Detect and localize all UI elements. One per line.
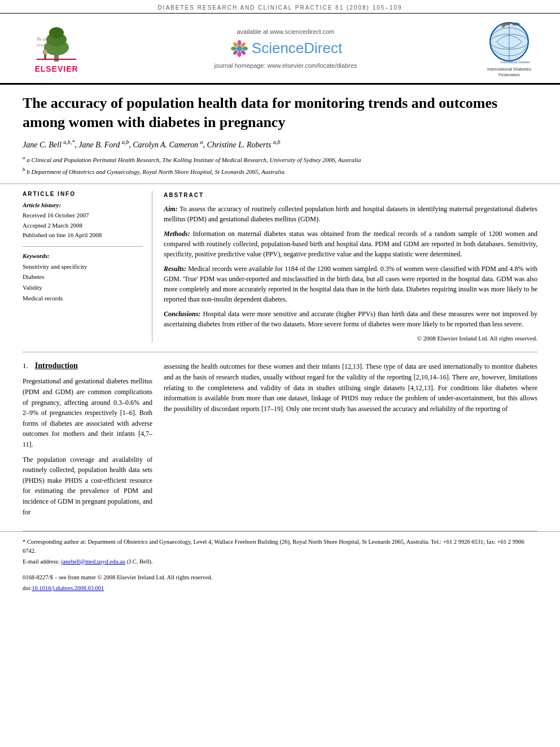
keyword-1: Sensitivity and specificity	[23, 261, 143, 272]
article-body: ARTICLE INFO Article history: Received 1…	[0, 184, 560, 343]
svg-point-11	[237, 51, 241, 57]
affiliations: a a Clinical and Population Perinatal He…	[23, 154, 537, 177]
article-title-section: The accuracy of population health data f…	[0, 85, 560, 184]
results-label: Results:	[164, 265, 186, 273]
intro-para1: Pregestational and gestational diabetes …	[23, 376, 152, 449]
aim-label: Aim:	[164, 205, 178, 213]
logo-banner: Ne extra terminum ELSEVIER available at …	[0, 14, 560, 85]
footnote-section: * Corresponding author at: Department of…	[0, 531, 560, 571]
abstract-results: Results: Medical records were available …	[164, 264, 537, 304]
doi-line: doi:10.1016/j.diabres.2008.03.001	[23, 584, 537, 593]
intro-para2: The population coverage and availability…	[23, 455, 152, 518]
methods-text: Information on maternal diabetes status …	[164, 230, 537, 258]
idf-logo: International Diabetes Federation Intern…	[481, 19, 537, 77]
keyword-2: Diabetes	[23, 272, 143, 282]
svg-text:Ne extra: Ne extra	[36, 37, 52, 42]
copyright: © 2008 Elsevier Ireland Ltd. All rights …	[164, 334, 537, 343]
footnote-bottom: 0168-8227/$ – see front matter © 2008 El…	[0, 571, 560, 597]
footnote-email-link[interactable]: janebell@med.usyd.edu.au	[61, 558, 125, 565]
abstract-section: ABSTRACT Aim: To assess the accuracy of …	[164, 191, 537, 343]
footnote-email: E-mail address: janebell@med.usyd.edu.au…	[23, 557, 537, 566]
article-history-label: Article history:	[23, 202, 143, 208]
svg-point-9	[237, 46, 242, 51]
sciencedirect-wordmark: ScienceDirect	[252, 40, 342, 57]
results-text: Medical records were available for 1184 …	[164, 265, 537, 303]
intro-right-para1: assessing the health outcomes for these …	[164, 361, 537, 414]
abstract-aim: Aim: To assess the accuracy of routinely…	[164, 204, 537, 224]
received-date: Received 16 October 2007	[23, 211, 143, 221]
authors: Jane C. Bell a,b,*, Jane B. Ford a,b, Ca…	[23, 139, 537, 150]
keyword-3: Validity	[23, 282, 143, 293]
footnote-corresponding: * Corresponding author at: Department of…	[23, 538, 537, 556]
elsevier-logo: Ne extra terminum ELSEVIER	[23, 24, 90, 73]
article-info-title: ARTICLE INFO	[23, 191, 143, 197]
article-info: ARTICLE INFO Article history: Received 1…	[23, 191, 152, 343]
accepted-date: Accepted 2 March 2008	[23, 221, 143, 231]
idf-label: International Diabetes Federation	[481, 67, 537, 77]
journal-homepage: journal homepage: www.elsevier.com/locat…	[90, 62, 481, 69]
available-text: available at www.sciencedirect.com	[90, 28, 481, 35]
divider	[23, 246, 143, 247]
abstract-conclusions: Conclusions: Hospital data were more sen…	[164, 309, 537, 329]
svg-point-10	[237, 40, 241, 46]
elsevier-wordmark: ELSEVIER	[34, 64, 78, 73]
svg-text:terminum: terminum	[37, 43, 52, 47]
sciencedirect-logo: ScienceDirect	[90, 38, 481, 59]
svg-text:Federation: Federation	[502, 64, 517, 64]
center-info: available at www.sciencedirect.com Scien…	[90, 28, 481, 69]
article-title: The accuracy of population health data f…	[23, 94, 537, 132]
issn-line: 0168-8227/$ – see front matter © 2008 El…	[23, 573, 537, 582]
elsevier-tree-icon: Ne extra terminum	[34, 24, 79, 63]
keywords-label: Keywords:	[23, 252, 143, 259]
keyword-4: Medical records	[23, 293, 143, 304]
svg-rect-0	[54, 55, 59, 62]
conclusions-text: Hospital data were more sensitive and ac…	[164, 310, 537, 328]
sciencedirect-icon	[229, 38, 250, 59]
abstract-methods: Methods: Information on maternal diabete…	[164, 229, 537, 259]
svg-text:International Diabetes: International Diabetes	[501, 60, 530, 64]
idf-globe-icon: International Diabetes Federation	[487, 19, 532, 64]
journal-title: DIABETES RESEARCH AND CLINICAL PRACTICE …	[158, 5, 402, 11]
intro-left: 1. Introduction Pregestational and gesta…	[23, 361, 152, 522]
journal-header: DIABETES RESEARCH AND CLINICAL PRACTICE …	[0, 0, 560, 14]
doi-link[interactable]: 10.1016/j.diabres.2008.03.001	[32, 585, 104, 591]
abstract-title: ABSTRACT	[164, 191, 537, 199]
methods-label: Methods:	[164, 230, 190, 238]
svg-point-13	[242, 46, 248, 50]
svg-point-4	[43, 50, 47, 54]
section-header: 1. Introduction	[23, 361, 152, 376]
section-heading: Introduction	[35, 361, 78, 370]
main-content: 1. Introduction Pregestational and gesta…	[0, 352, 560, 531]
svg-rect-8	[37, 59, 76, 60]
svg-point-12	[231, 46, 237, 50]
section-number: 1.	[23, 361, 28, 370]
published-date: Published on line 16 April 2008	[23, 230, 143, 241]
intro-right: assessing the health outcomes for these …	[164, 361, 537, 522]
conclusions-label: Conclusions:	[164, 310, 200, 318]
aim-text: To assess the accuracy of routinely coll…	[164, 205, 537, 223]
